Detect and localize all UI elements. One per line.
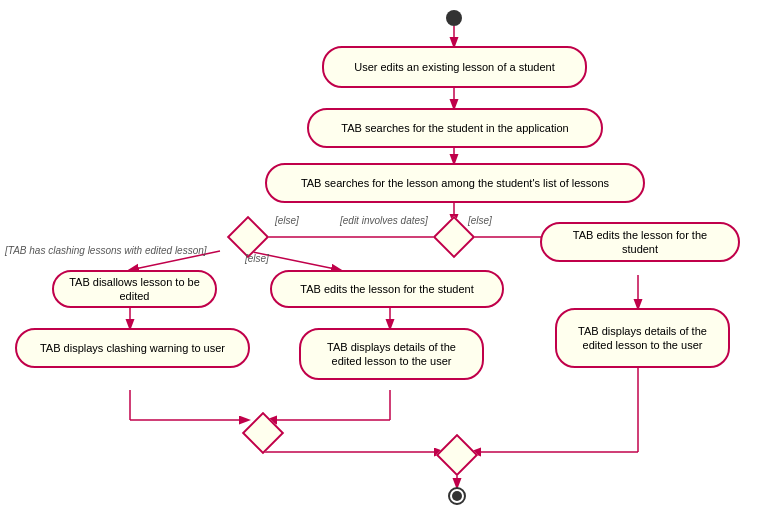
node-tab-searches-lesson: TAB searches for the lesson among the st…	[265, 163, 645, 203]
label-else-2: [else]	[245, 253, 269, 264]
label-tab-clashing: [TAB has clashing lessons with edited le…	[5, 245, 207, 256]
node-tab-details-right: TAB displays details of the edited lesso…	[555, 308, 730, 368]
end-node	[448, 487, 466, 505]
node-tab-edits-right: TAB edits the lesson for the student	[540, 222, 740, 262]
node-tab-disallows: TAB disallows lesson to be edited	[52, 270, 217, 308]
diagram-container: User edits an existing lesson of a stude…	[0, 0, 774, 515]
diamond-4	[442, 440, 472, 470]
node-user-edits-lesson: User edits an existing lesson of a stude…	[322, 46, 587, 88]
node-tab-edits-mid: TAB edits the lesson for the student	[270, 270, 504, 308]
diamond-3	[248, 418, 278, 448]
label-else-1: [else]	[275, 215, 299, 226]
label-else-right: [else]	[468, 215, 492, 226]
diamond-2	[233, 222, 263, 252]
start-circle	[446, 10, 462, 26]
label-edit-involves-dates: [edit involves dates]	[340, 215, 428, 226]
node-tab-details-mid: TAB displays details of the edited lesso…	[299, 328, 484, 380]
start-node	[446, 10, 462, 26]
node-tab-clashing-warning: TAB displays clashing warning to user	[15, 328, 250, 368]
node-tab-searches-student: TAB searches for the student in the appl…	[307, 108, 603, 148]
diamond-1	[439, 222, 469, 252]
